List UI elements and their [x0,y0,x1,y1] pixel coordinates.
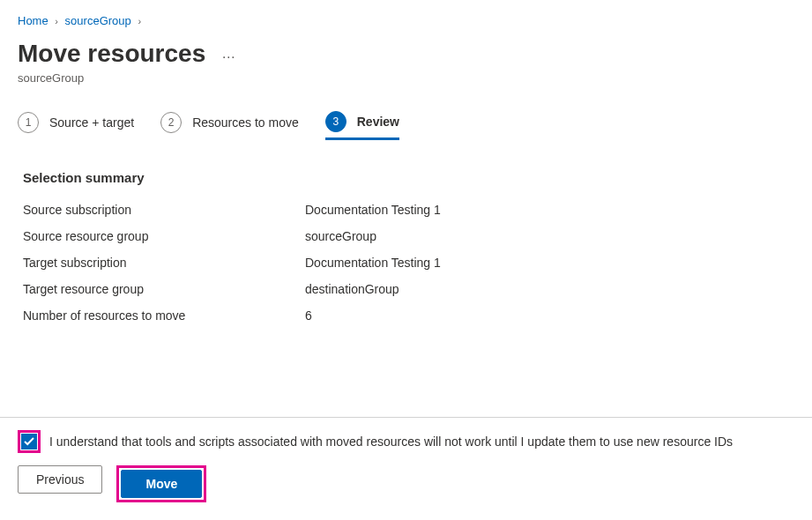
summary-row: Target subscription Documentation Testin… [23,256,794,270]
button-row: Previous Move [18,465,794,502]
highlight-box: Move [116,465,206,502]
summary-key: Number of resources to move [23,308,305,323]
summary-value: Documentation Testing 1 [305,203,441,217]
page-subtitle: sourceGroup [18,71,794,85]
wizard-steps: 1 Source + target 2 Resources to move 3 … [18,111,794,140]
page-title: Move resources [18,40,205,68]
step-label: Source + target [49,115,134,130]
step-resources-to-move[interactable]: 2 Resources to move [160,112,299,140]
previous-button[interactable]: Previous [18,465,102,494]
wizard-footer: I understand that tools and scripts asso… [0,417,812,502]
summary-row: Target resource group destinationGroup [23,282,794,296]
more-menu-icon[interactable]: … [221,46,236,62]
summary-value: sourceGroup [305,229,376,243]
summary-key: Source subscription [23,203,305,217]
acknowledgment-checkbox[interactable] [21,434,37,449]
selection-summary-table: Source subscription Documentation Testin… [18,203,794,323]
move-button[interactable]: Move [121,470,202,498]
section-heading-summary: Selection summary [18,170,794,185]
chevron-right-icon: › [138,16,141,26]
highlight-box [18,430,41,453]
breadcrumb-link-home[interactable]: Home [18,14,48,27]
step-number: 2 [160,112,182,133]
breadcrumb-link-sourcegroup[interactable]: sourceGroup [65,14,131,27]
summary-value: Documentation Testing 1 [305,256,441,270]
summary-value: destinationGroup [305,282,399,296]
summary-row: Source subscription Documentation Testin… [23,203,794,217]
title-row: Move resources … [18,40,794,68]
step-label: Resources to move [192,115,299,130]
breadcrumb: Home › sourceGroup › [18,14,794,27]
acknowledgment-row: I understand that tools and scripts asso… [18,430,794,453]
summary-row: Number of resources to move 6 [23,308,794,323]
summary-value: 6 [305,308,312,323]
step-label: Review [357,115,399,129]
acknowledgment-text: I understand that tools and scripts asso… [49,435,733,449]
step-number: 3 [325,111,346,132]
summary-key: Source resource group [23,229,305,243]
checkmark-icon [24,436,34,447]
summary-key: Target resource group [23,282,305,296]
summary-row: Source resource group sourceGroup [23,229,794,243]
step-review[interactable]: 3 Review [325,111,399,140]
step-source-target[interactable]: 1 Source + target [18,112,134,140]
step-number: 1 [18,112,39,133]
summary-key: Target subscription [23,256,305,270]
chevron-right-icon: › [55,16,58,26]
